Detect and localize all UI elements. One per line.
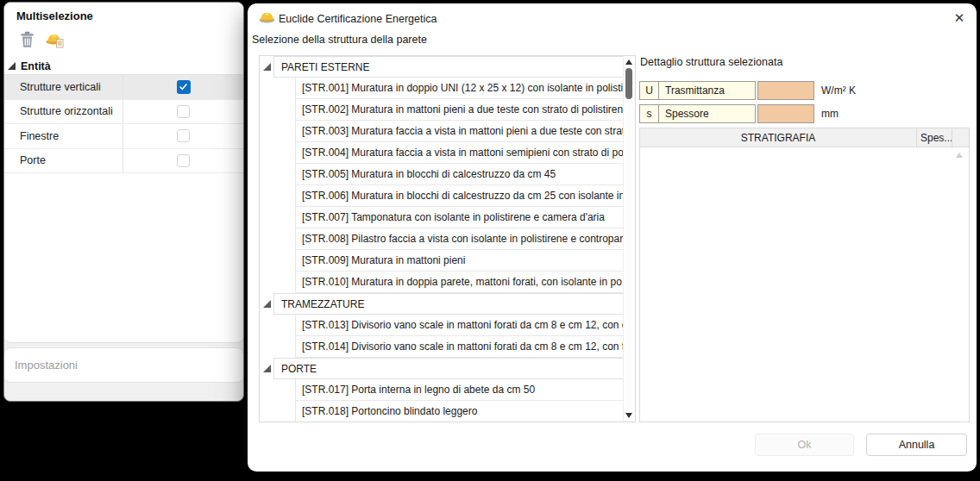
structure-item-row[interactable]: [STR.017] Porta interna in legno di abet… — [260, 379, 624, 401]
structure-selection-dialog: Euclide Certificazione Energetica ✕ Sele… — [248, 3, 977, 472]
expander-icon[interactable] — [263, 300, 271, 308]
entity-group-label: Entità — [21, 60, 51, 72]
detail-field-row: UTrasmittanzaW/m² K — [639, 81, 970, 100]
vertical-scrollbar[interactable] — [623, 56, 635, 422]
window-title: Multiselezione — [16, 9, 93, 22]
dialog-title: Euclide Certificazione Energetica — [279, 13, 437, 25]
table-scroll-up-icon — [956, 153, 963, 158]
detail-field-unit: W/m² K — [821, 84, 856, 97]
scrollbar-thumb[interactable] — [625, 68, 632, 99]
structure-item-row[interactable]: [STR.007] Tamponatura con isolante in po… — [260, 207, 624, 228]
structure-item-row[interactable]: [STR.014] Divisorio vano scale in matton… — [260, 336, 624, 358]
structure-item-label: [STR.009] Muratura in mattoni pieni — [295, 250, 624, 272]
checkbox-checked[interactable] — [177, 80, 191, 94]
structure-item-row[interactable]: [STR.013] Divisorio vano scale in matton… — [260, 315, 624, 336]
structure-item-label: [STR.002] Muratura in mattoni pieni a du… — [295, 99, 624, 121]
trash-icon — [20, 31, 35, 52]
detail-field-symbol: s — [640, 105, 659, 122]
dialog-subtitle: Selezione della struttura della parete — [252, 34, 427, 46]
stratigraphy-spes-column[interactable]: Spes... — [916, 128, 952, 147]
structure-item-label: [STR.001] Muratura in doppio UNI (12 x 2… — [295, 78, 624, 99]
structure-item-row[interactable]: [STR.004] Muratura faccia a vista in mat… — [260, 142, 624, 164]
entity-row-label: Finestre — [4, 124, 123, 148]
entity-row-label: Strutture orizzontali — [4, 100, 123, 124]
structure-group-row[interactable]: TRAMEZZATURE — [260, 293, 624, 315]
detail-field-value-input[interactable] — [757, 81, 814, 100]
entity-row[interactable]: Strutture verticali — [4, 75, 243, 100]
entity-group-header[interactable]: Entità — [4, 58, 51, 74]
structure-item-label: [STR.003] Muratura faccia a vista in mat… — [295, 121, 624, 142]
multiselection-window: Multiselezione — [3, 2, 244, 402]
structure-list: PARETI ESTERNE[STR.001] Muratura in dopp… — [259, 55, 636, 422]
toolbar — [16, 31, 66, 52]
detail-field-labelbox: sSpessore — [639, 104, 756, 123]
checkbox-unchecked[interactable] — [177, 129, 190, 142]
delete-button[interactable] — [16, 31, 37, 52]
structure-group-row[interactable]: PORTE — [260, 358, 624, 379]
entity-row-checkbox-cell — [123, 75, 243, 99]
entity-row-label: Strutture verticali — [4, 75, 123, 99]
structure-item-row[interactable]: [STR.008] Pilastro faccia a vista con is… — [260, 228, 624, 250]
detail-panel-title: Dettaglio struttura selezionata — [640, 56, 782, 68]
stratigraphy-scroll-column — [952, 128, 969, 147]
structure-item-row[interactable]: [STR.002] Muratura in mattoni pieni a du… — [260, 99, 624, 121]
entity-row-checkbox-cell — [123, 124, 243, 148]
checkbox-unchecked[interactable] — [177, 154, 190, 167]
detail-field-value-input[interactable] — [757, 104, 814, 123]
detail-field-label: Trasmittanza — [659, 82, 755, 99]
entity-row[interactable]: Strutture orizzontali — [4, 100, 243, 125]
cancel-button[interactable]: Annulla — [866, 434, 967, 456]
close-icon[interactable]: ✕ — [949, 8, 970, 28]
multiselection-panel: Multiselezione — [4, 3, 243, 343]
detail-field-row: sSpessoremm — [639, 104, 970, 123]
structure-item-row[interactable]: [STR.009] Muratura in mattoni pieni — [260, 250, 624, 272]
expander-icon[interactable] — [8, 62, 16, 70]
structure-item-label: [STR.018] Portoncino blindato leggero — [295, 401, 624, 422]
structure-group-label: PORTE — [273, 358, 624, 379]
stratigraphy-main-column[interactable]: STRATIGRAFIA — [640, 128, 916, 147]
structure-item-label: [STR.005] Muratura in blocchi di calcest… — [295, 164, 624, 185]
structure-item-label: [STR.013] Divisorio vano scale in matton… — [295, 315, 624, 336]
expander-icon[interactable] — [263, 63, 271, 71]
detail-field-unit: mm — [821, 108, 839, 120]
detail-field-label: Spessore — [659, 105, 755, 122]
structure-item-label: [STR.004] Muratura faccia a vista in mat… — [295, 142, 624, 164]
ok-button[interactable]: Ok — [755, 434, 854, 456]
structure-group-label: TRAMEZZATURE — [273, 293, 624, 315]
entity-row-checkbox-cell — [123, 149, 243, 173]
structure-item-label: [STR.008] Pilastro faccia a vista con is… — [295, 228, 624, 250]
structure-group-row[interactable]: PARETI ESTERNE — [260, 56, 624, 78]
structure-item-row[interactable]: [STR.005] Muratura in blocchi di calcest… — [260, 164, 624, 185]
detail-field-labelbox: UTrasmittanza — [639, 81, 756, 100]
stratigraphy-header: STRATIGRAFIA Spes... — [640, 128, 969, 147]
settings-label: Impostazioni — [15, 359, 78, 372]
structure-item-row[interactable]: [STR.006] Muratura in blocchi di calcest… — [260, 185, 624, 207]
screen: Multiselezione — [0, 0, 980, 481]
entity-row[interactable]: Finestre — [4, 124, 243, 149]
structure-item-row[interactable]: [STR.003] Muratura faccia a vista in mat… — [260, 121, 624, 142]
detail-fields: UTrasmittanzaW/m² KsSpessoremm — [639, 81, 970, 128]
structure-item-row[interactable]: [STR.010] Muratura in doppia parete, mat… — [260, 272, 624, 293]
structure-item-label: [STR.017] Porta interna in legno di abet… — [295, 379, 624, 401]
detail-field-symbol: U — [640, 82, 659, 99]
checkbox-unchecked[interactable] — [177, 105, 190, 118]
structure-item-label: [STR.010] Muratura in doppia parete, mat… — [295, 272, 624, 293]
settings-bar[interactable]: Impostazioni — [4, 347, 243, 383]
entity-row[interactable]: Porte — [4, 149, 243, 174]
hard-hat-icon — [259, 9, 275, 28]
structure-item-row[interactable]: [STR.018] Portoncino blindato leggero — [260, 401, 624, 422]
structure-item-row[interactable]: [STR.001] Muratura in doppio UNI (12 x 2… — [260, 78, 624, 99]
entity-row-checkbox-cell — [123, 100, 243, 124]
helmet-document-icon — [46, 31, 65, 53]
structure-item-label: [STR.014] Divisorio vano scale in matton… — [295, 336, 624, 358]
scroll-up-icon[interactable] — [625, 59, 632, 65]
stratigraphy-table: STRATIGRAFIA Spes... — [639, 128, 970, 422]
structures-archive-button[interactable] — [45, 31, 66, 52]
structure-item-label: [STR.007] Tamponatura con isolante in po… — [295, 207, 624, 228]
scroll-down-icon[interactable] — [625, 413, 632, 418]
expander-icon[interactable] — [263, 365, 271, 372]
structure-list-rows: PARETI ESTERNE[STR.001] Muratura in dopp… — [260, 56, 624, 422]
structure-group-label: PARETI ESTERNE — [273, 56, 624, 78]
structure-item-label: [STR.006] Muratura in blocchi di calcest… — [295, 185, 624, 207]
entity-table: Strutture verticaliStrutture orizzontali… — [4, 74, 243, 173]
